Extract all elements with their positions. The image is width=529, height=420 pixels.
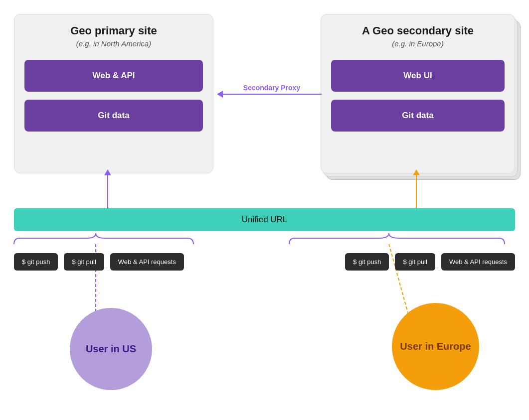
right-git-push-btn[interactable]: $ git push [345, 253, 389, 271]
secondary-site-subtitle: (e.g. in Europe) [331, 39, 505, 48]
right-action-row: $ git push $ git pull Web & API requests [345, 253, 515, 271]
unified-url-label: Unified URL [242, 215, 288, 225]
proxy-label: Secondary Proxy [243, 84, 300, 92]
primary-site-title: Geo primary site [24, 24, 203, 37]
primary-git-data-box: Git data [24, 100, 203, 132]
left-git-pull-btn[interactable]: $ git pull [64, 253, 104, 271]
primary-site-box: Geo primary site (e.g. in North America)… [14, 14, 213, 173]
user-europe-label: User in Europe [400, 341, 471, 352]
primary-site-subtitle: (e.g. in North America) [24, 39, 203, 48]
left-git-push-btn[interactable]: $ git push [14, 253, 58, 271]
diagram-container: Geo primary site (e.g. in North America)… [0, 0, 529, 420]
secondary-web-ui-box: Web UI [331, 60, 505, 92]
left-web-api-btn[interactable]: Web & API requests [110, 253, 184, 271]
secondary-site-title: A Geo secondary site [331, 24, 505, 37]
user-europe-circle: User in Europe [392, 303, 479, 390]
right-web-api-btn[interactable]: Web & API requests [441, 253, 515, 271]
arrow-to-primary [107, 174, 108, 208]
secondary-site-box: A Geo secondary site (e.g. in Europe) We… [321, 14, 515, 173]
arrow-to-secondary [416, 174, 417, 208]
primary-web-api-box: Web & API [24, 60, 203, 92]
unified-url-bar: Unified URL [14, 208, 515, 231]
user-us-circle: User in US [70, 308, 152, 390]
right-git-pull-btn[interactable]: $ git pull [395, 253, 435, 271]
left-action-row: $ git push $ git pull Web & API requests [14, 253, 184, 271]
user-us-label: User in US [86, 343, 136, 355]
secondary-git-data-box: Git data [331, 100, 505, 132]
proxy-arrow-line [222, 94, 322, 95]
proxy-arrow-area: Secondary Proxy [214, 84, 329, 95]
